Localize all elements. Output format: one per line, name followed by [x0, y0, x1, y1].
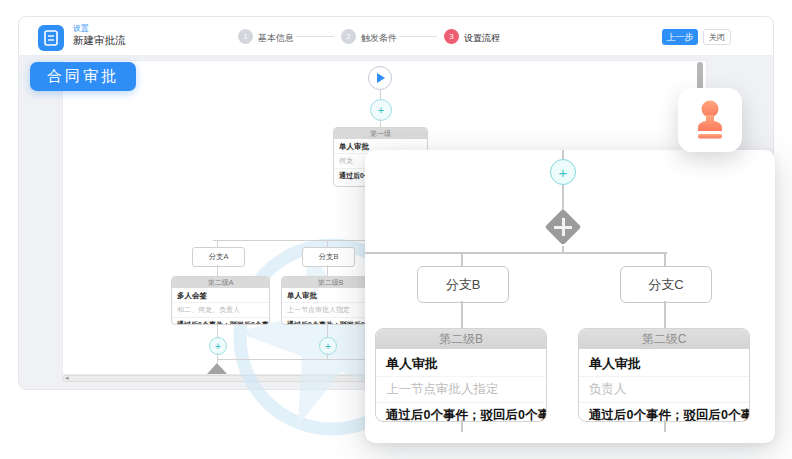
- node-branch-b[interactable]: 分支B: [302, 247, 355, 267]
- add-node-icon[interactable]: +: [370, 99, 392, 121]
- end-triangle-icon: [207, 363, 227, 374]
- step-connector: [399, 36, 437, 37]
- step-2-circle[interactable]: 2: [341, 29, 356, 44]
- step-3-circle[interactable]: 3: [444, 29, 459, 44]
- add-node-icon[interactable]: +: [319, 337, 337, 355]
- node-branch-b-zoom[interactable]: 分支B: [417, 266, 509, 303]
- step-2-label[interactable]: 触发条件: [361, 32, 397, 45]
- flow-name-tag: 合同审批: [30, 62, 136, 91]
- add-node-icon[interactable]: +: [209, 337, 227, 355]
- play-icon[interactable]: [368, 66, 392, 90]
- node-title: 第一级: [334, 128, 427, 139]
- previous-step-button[interactable]: 上一步: [662, 29, 698, 45]
- page-title: 新建审批流: [73, 34, 126, 48]
- vertical-scrollbar-thumb[interactable]: [697, 62, 703, 90]
- form-icon: [38, 25, 64, 51]
- breadcrumb-category[interactable]: 设置: [73, 23, 89, 34]
- events: 通过后0个事件；驳回后0个事件: [579, 402, 749, 422]
- stamp-icon: [678, 88, 742, 152]
- step-3-label[interactable]: 设置流程: [464, 32, 500, 45]
- assignee: 和二、何龙、负责人: [172, 302, 269, 317]
- assignee: 负责人: [579, 376, 749, 402]
- add-node-icon[interactable]: +: [550, 159, 576, 185]
- node-branch-c-zoom[interactable]: 分支C: [620, 266, 712, 303]
- events: 通过后0个事件；驳回后0个事件: [172, 317, 269, 325]
- events: 通过后0个事件；驳回后0个事件: [376, 402, 546, 422]
- step-connector: [296, 36, 334, 37]
- close-button[interactable]: 关闭: [703, 29, 731, 45]
- approve-type: 单人审批: [376, 349, 546, 376]
- node-title: 第二级A: [172, 277, 269, 288]
- node-level-2b-zoom[interactable]: 第二级B 单人审批 上一节点审批人指定 通过后0个事件；驳回后0个事件: [375, 328, 547, 422]
- node-level-2a[interactable]: 第二级A 多人会签 和二、何龙、负责人 通过后0个事件；驳回后0个事件: [171, 276, 270, 325]
- node-branch-a[interactable]: 分支A: [192, 247, 245, 267]
- approve-type: 多人会签: [172, 288, 269, 302]
- assignee: 上一节点审批人指定: [376, 376, 546, 402]
- screenshot-root: 设置 新建审批流 1 基本信息 2 触发条件 3 设置流程 上一步 关闭 ◂ 合…: [0, 0, 792, 459]
- step-1-circle[interactable]: 1: [238, 29, 253, 44]
- node-level-2c-zoom[interactable]: 第二级C 单人审批 负责人 通过后0个事件；驳回后0个事件: [578, 328, 750, 422]
- approve-type: 单人审批: [579, 349, 749, 376]
- scrollbar-left-arrow-icon[interactable]: ◂: [65, 374, 69, 382]
- step-1-label[interactable]: 基本信息: [258, 32, 294, 45]
- node-title: 第二级C: [579, 329, 749, 349]
- node-title: 第二级B: [376, 329, 546, 349]
